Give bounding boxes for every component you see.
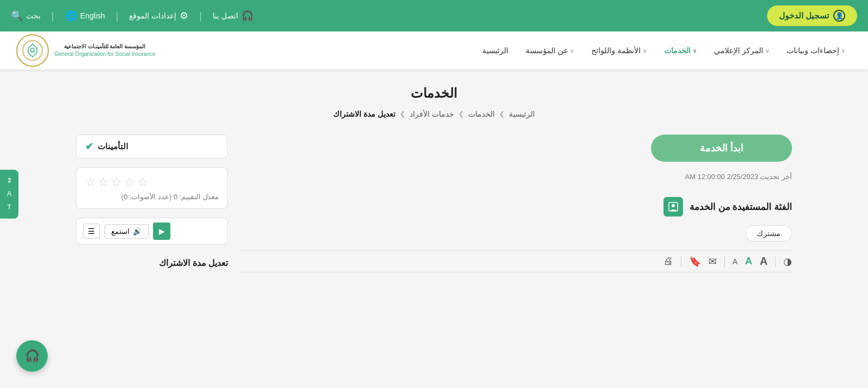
search-icon: 🔍 <box>11 10 23 22</box>
divider-3: | <box>52 10 54 22</box>
check-icon: ✔ <box>85 141 93 152</box>
user-icon: 👤 <box>833 10 845 22</box>
nav-home-label: الرئيسية <box>482 46 508 55</box>
rating-section: ☆ ☆ ☆ ☆ ☆ معدل التقييم: 0 (عدد الأصوات: … <box>76 167 228 209</box>
breadcrumb-sep-3: ❯ <box>400 110 405 118</box>
nav-statistics-label: إحصاءات وبيانات <box>787 46 839 55</box>
breadcrumb-sep-2: ❯ <box>458 110 464 118</box>
font-small-icon[interactable]: A <box>732 257 737 266</box>
login-button[interactable]: 👤 تسجيل الدخول <box>767 5 857 26</box>
star-1[interactable]: ☆ <box>85 175 96 189</box>
divider-2: | <box>116 10 119 22</box>
org-name-arabic: المؤسسة العامة للتأمينـات الاجتماعية <box>54 43 155 50</box>
star-2[interactable]: ☆ <box>98 175 109 189</box>
page-title: الخدمات <box>76 86 792 101</box>
audio-play-button[interactable]: ▶ <box>153 222 170 240</box>
beneficiary-icon <box>663 197 683 217</box>
language-nav-item[interactable]: English 🌐 <box>65 10 105 22</box>
org-name-english: General Organization for Social Insuranc… <box>54 50 155 58</box>
globe-icon: 🌐 <box>65 10 77 22</box>
stars-container: ☆ ☆ ☆ ☆ ☆ <box>85 175 219 189</box>
top-nav: 🎧 اتصل بنا | ⚙ إعدادات الموقع | English … <box>11 10 253 22</box>
chevron-icon: ∨ <box>570 48 574 54</box>
breadcrumb-current: تعديل مدة الاشتراك <box>333 110 395 118</box>
nav-statistics[interactable]: ∨ إحصاءات وبيانات <box>780 42 852 59</box>
envelope-icon[interactable]: ✉ <box>709 256 717 268</box>
rating-label: معدل التقييم: 0 (عدد الأصوات: 0) <box>85 193 219 201</box>
star-4[interactable]: ☆ <box>124 175 135 189</box>
breadcrumb-individual-services[interactable]: خدمات الأفراد <box>410 110 454 118</box>
subscriber-tag: مشترك <box>745 225 792 241</box>
toolbar: ◑ A A A ✉ 🔖 🖨 <box>239 250 792 272</box>
divider-1: | <box>199 10 202 22</box>
chevron-icon: ∨ <box>693 48 697 54</box>
search-label: بحث <box>26 11 41 20</box>
logo-emblem: G <box>16 34 49 67</box>
audio-menu-button[interactable]: ☰ <box>83 224 100 239</box>
subscriber-tag-wrapper: مشترك <box>239 225 792 241</box>
service-title-bottom: تعديل مدة الاشتراك <box>76 258 228 268</box>
nav-regulations[interactable]: ∨ الأنظمة واللوائح <box>585 42 653 59</box>
nav-media-label: المركز الإعلامي <box>714 46 763 55</box>
search-nav-item[interactable]: بحث 🔍 <box>11 10 41 22</box>
main-nav-links: ∨ إحصاءات وبيانات ∨ المركز الإعلامي ∨ ال… <box>476 42 852 59</box>
start-service-button[interactable]: ابدأ الخدمة <box>651 135 792 162</box>
login-label: تسجيل الدخول <box>779 11 829 21</box>
audio-icon: 🔊 <box>133 227 142 236</box>
svg-point-3 <box>672 204 675 207</box>
font-color-icon[interactable]: A <box>745 256 752 267</box>
breadcrumb-sep-1: ❯ <box>499 110 505 118</box>
toolbar-divider-3 <box>681 256 681 267</box>
chevron-icon: ∨ <box>643 48 647 54</box>
chevron-icon: ∨ <box>841 48 845 54</box>
nav-services[interactable]: ∨ الخدمات <box>658 42 703 59</box>
content-area: ابدأ الخدمة آخر تحديث 2/25/2023 12:00:00… <box>76 135 792 281</box>
nav-about[interactable]: ∨ عن المؤسسة <box>519 42 580 59</box>
breadcrumb: تعديل مدة الاشتراك ❯ خدمات الأفراد ❯ الخ… <box>76 110 792 118</box>
settings-label: إعدادات الموقع <box>129 11 176 20</box>
beneficiary-section: الفئة المستفيدة من الخدمة <box>239 197 792 217</box>
insurance-badge: التأمينات ✔ <box>76 135 228 158</box>
audio-listen-button[interactable]: 🔊 استمع <box>104 224 149 239</box>
print-icon[interactable]: 🖨 <box>663 256 673 267</box>
page-title-section: الخدمات <box>76 86 792 101</box>
font-large-icon[interactable]: A <box>760 255 768 268</box>
language-label: English <box>80 11 105 20</box>
chevron-icon: ∨ <box>765 48 769 54</box>
headphone-icon: 🎧 <box>241 10 253 22</box>
nav-home[interactable]: الرئيسية <box>476 42 515 59</box>
bookmark-icon[interactable]: 🔖 <box>689 256 701 268</box>
listen-label: استمع <box>111 227 130 236</box>
contact-nav-item[interactable]: 🎧 اتصل بنا <box>213 10 253 22</box>
gear-icon: ⚙ <box>180 10 188 22</box>
right-sidebar: التأمينات ✔ ☆ ☆ ☆ ☆ ☆ معدل التقييم: 0 (ع… <box>76 135 228 268</box>
toolbar-divider-2 <box>724 256 725 267</box>
update-time: آخر تحديث 2/25/2023 12:00:00 AM <box>239 173 792 181</box>
insurance-label: التأمينات <box>98 142 128 151</box>
beneficiary-title: الفئة المستفيدة من الخدمة <box>690 201 792 213</box>
side-action-text[interactable]: T <box>3 202 15 213</box>
main-section: ابدأ الخدمة آخر تحديث 2/25/2023 12:00:00… <box>239 135 792 281</box>
contact-label: اتصل بنا <box>213 11 238 20</box>
top-bar: 👤 تسجيل الدخول 🎧 اتصل بنا | ⚙ إعدادات ال… <box>0 0 868 31</box>
side-action-font[interactable]: A <box>3 188 15 200</box>
breadcrumb-services[interactable]: الخدمات <box>468 110 495 118</box>
toolbar-divider-1 <box>775 256 776 267</box>
nav-services-label: الخدمات <box>664 46 691 55</box>
nav-media[interactable]: ∨ المركز الإعلامي <box>707 42 776 59</box>
main-nav: ∨ إحصاءات وبيانات ∨ المركز الإعلامي ∨ ال… <box>0 31 868 69</box>
nav-regulations-label: الأنظمة واللوائح <box>591 46 641 55</box>
nav-about-label: عن المؤسسة <box>526 46 568 55</box>
breadcrumb-home[interactable]: الرئيسية <box>509 110 535 118</box>
audio-section: ▶ 🔊 استمع ☰ <box>76 218 228 245</box>
star-3[interactable]: ☆ <box>111 175 122 189</box>
logo: المؤسسة العامة للتأمينـات الاجتماعية Gen… <box>16 34 155 67</box>
side-action-resize[interactable]: ⇕ <box>3 175 15 186</box>
settings-nav-item[interactable]: ⚙ إعدادات الموقع <box>129 10 188 22</box>
star-5[interactable]: ☆ <box>137 175 148 189</box>
page-content: الخدمات تعديل مدة الاشتراك ❯ خدمات الأفر… <box>54 69 814 297</box>
side-actions-panel: ⇕ A T <box>0 169 18 218</box>
contrast-icon[interactable]: ◑ <box>783 256 792 268</box>
svg-text:G: G <box>30 47 35 54</box>
logo-text: المؤسسة العامة للتأمينـات الاجتماعية Gen… <box>54 43 155 58</box>
